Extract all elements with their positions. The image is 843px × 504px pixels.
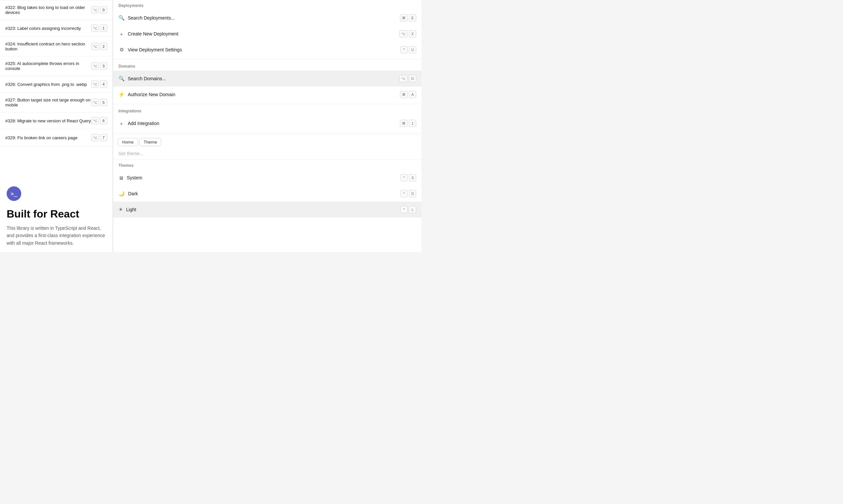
issue-kbd-option: ⌥ xyxy=(91,43,99,50)
menu-item-left: + Add Integration xyxy=(119,121,159,126)
issue-controls: ⌥ 6 xyxy=(91,117,107,124)
kbd-key: U xyxy=(409,46,416,53)
theme-tabs: HomeTheme xyxy=(113,134,422,148)
theme-item-label: Light xyxy=(126,207,136,212)
deployment-menu-item[interactable]: 🔍 Search Deployments... ⌘ E xyxy=(113,10,422,26)
theme-search[interactable]: Set theme... xyxy=(113,148,422,160)
issue-item[interactable]: #326: Convert graphics from .png to .web… xyxy=(0,76,113,93)
domain-menu-item[interactable]: 🔍 Search Domains... ⌥ D xyxy=(113,71,422,87)
theme-item-right: ^ L xyxy=(400,206,416,213)
theme-kbd-modifier: ^ xyxy=(400,190,408,197)
issue-kbd-option: ⌥ xyxy=(91,99,99,106)
deployments-section: Deployments 🔍 Search Deployments... ⌘ E … xyxy=(113,0,422,58)
theme-item-left: 🌙 Dark xyxy=(119,191,138,197)
menu-item-right: ⌘ A xyxy=(400,91,416,98)
theme-item[interactable]: 🌙 Dark ^ D xyxy=(113,186,422,202)
right-panel: Deployments 🔍 Search Deployments... ⌘ E … xyxy=(113,0,422,252)
monitor-icon: 🖥 xyxy=(119,175,123,181)
bolt-icon: ⚡ xyxy=(119,91,124,97)
theme-item-left: ☀ Light xyxy=(119,206,136,213)
menu-item-right: ^ U xyxy=(400,46,416,53)
theme-item-label: System xyxy=(127,175,142,180)
deployments-items: 🔍 Search Deployments... ⌘ E + Create New… xyxy=(113,10,422,58)
theme-kbd-key: L xyxy=(409,206,416,213)
theme-kbd-key: D xyxy=(409,190,416,197)
menu-item-left: ⚙ View Deployment Settings xyxy=(119,47,182,53)
domains-divider xyxy=(113,104,422,104)
issue-label: #322: Blog takes too long to load on old… xyxy=(5,5,91,15)
theme-tab[interactable]: Home xyxy=(118,138,138,146)
domains-items: 🔍 Search Domains... ⌥ D ⚡ Authorize New … xyxy=(113,71,422,103)
issue-controls: ⌥ 2 xyxy=(91,43,107,50)
issue-controls: ⌥ 0 xyxy=(91,6,107,14)
issue-label: #323: Label colors assigning incorrectly xyxy=(5,26,91,31)
deployments-divider xyxy=(113,59,422,59)
issue-kbd-option: ⌥ xyxy=(91,6,99,14)
hero-title: Built for React xyxy=(7,208,106,220)
issue-item[interactable]: #328: Migrate to new version of React Qu… xyxy=(0,112,113,129)
deployment-menu-item[interactable]: + Create New Deployment ⌥ X xyxy=(113,26,422,42)
issue-item[interactable]: #323: Label colors assigning incorrectly… xyxy=(0,20,113,37)
deployment-menu-item[interactable]: ⚙ View Deployment Settings ^ U xyxy=(113,42,422,58)
left-panel: #322: Blog takes too long to load on old… xyxy=(0,0,113,252)
issue-kbd-option: ⌥ xyxy=(91,80,99,88)
theme-tab[interactable]: Theme xyxy=(139,138,161,146)
menu-item-label: Search Domains... xyxy=(128,76,166,81)
issue-controls: ⌥ 3 xyxy=(91,62,107,70)
integrations-section-header: Integrations xyxy=(113,105,422,115)
issue-controls: ⌥ 1 xyxy=(91,24,107,32)
menu-item-left: 🔍 Search Deployments... xyxy=(119,15,175,21)
kbd-modifier: ⌘ xyxy=(400,120,408,127)
theme-item-label: Dark xyxy=(128,191,138,196)
issue-label: #328: Migrate to new version of React Qu… xyxy=(5,119,91,123)
menu-item-right: ⌘ 1 xyxy=(400,120,416,127)
kbd-key: X xyxy=(409,30,416,37)
issue-label: #325: AI autocomplete throws errors in c… xyxy=(5,61,91,71)
deployments-section-header: Deployments xyxy=(113,0,422,10)
integrations-section: Integrations + Add Integration ⌘ 1 xyxy=(113,105,422,131)
theme-item-left: 🖥 System xyxy=(119,175,142,181)
theme-items: 🖥 System ^ S 🌙 Dark ^ D ☀ Light ^ L xyxy=(113,170,422,217)
issue-item[interactable]: #322: Blog takes too long to load on old… xyxy=(0,0,113,20)
theme-item-right: ^ S xyxy=(400,174,416,181)
domains-section-header: Domains xyxy=(113,61,422,71)
menu-item-right: ⌥ X xyxy=(399,30,416,37)
theme-item[interactable]: ☀ Light ^ L xyxy=(113,202,422,217)
integrations-divider xyxy=(113,133,422,133)
menu-item-label: Create New Deployment xyxy=(128,31,178,36)
issue-kbd-option: ⌥ xyxy=(91,134,99,141)
plus-icon: + xyxy=(119,121,124,126)
issue-item[interactable]: #329: Fix broken link on careers page ⌥ … xyxy=(0,129,113,146)
menu-item-left: + Create New Deployment xyxy=(119,31,178,37)
kbd-key: D xyxy=(409,75,416,82)
hero-description: This library is written in TypeScript an… xyxy=(7,224,106,247)
theme-item[interactable]: 🖥 System ^ S xyxy=(113,170,422,186)
kbd-key: E xyxy=(409,14,416,21)
issue-kbd-option: ⌥ xyxy=(91,117,99,124)
themes-label: Themes xyxy=(113,160,422,170)
theme-kbd-modifier: ^ xyxy=(400,206,408,213)
issue-kbd-num: 7 xyxy=(100,134,107,141)
menu-item-left: ⚡ Authorize New Domain xyxy=(119,91,175,97)
issue-label: #324: Insufficient contract on hero sect… xyxy=(5,41,91,51)
kbd-key: A xyxy=(409,91,416,98)
issue-kbd-num: 6 xyxy=(100,117,107,124)
issue-label: #327: Button target size not large enoug… xyxy=(5,97,91,107)
integrations-items: + Add Integration ⌘ 1 xyxy=(113,115,422,131)
theme-kbd-modifier: ^ xyxy=(400,174,408,181)
issue-kbd-option: ⌥ xyxy=(91,62,99,70)
issue-kbd-num: 0 xyxy=(100,6,107,14)
menu-item-label: Search Deployments... xyxy=(128,15,175,21)
domain-menu-item[interactable]: ⚡ Authorize New Domain ⌘ A xyxy=(113,87,422,103)
terminal-icon-label: >_ xyxy=(11,191,17,197)
issue-item[interactable]: #325: AI autocomplete throws errors in c… xyxy=(0,56,113,76)
menu-item-right: ⌘ E xyxy=(400,14,416,21)
terminal-icon: >_ xyxy=(7,186,21,201)
integration-menu-item[interactable]: + Add Integration ⌘ 1 xyxy=(113,115,422,131)
issue-item[interactable]: #327: Button target size not large enoug… xyxy=(0,93,113,112)
issue-item[interactable]: #324: Insufficient contract on hero sect… xyxy=(0,37,113,56)
menu-item-label: Add Integration xyxy=(128,121,159,126)
issue-controls: ⌥ 7 xyxy=(91,134,107,141)
menu-item-right: ⌥ D xyxy=(399,75,416,82)
theme-panel: HomeTheme Set theme... Themes 🖥 System ^… xyxy=(113,134,422,217)
